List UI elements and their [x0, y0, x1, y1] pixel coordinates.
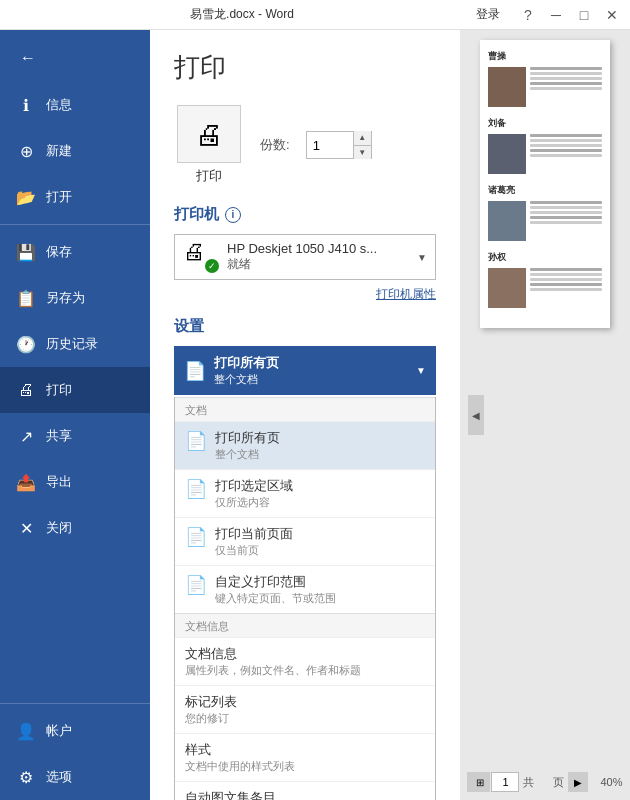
sidebar-item-export-label: 导出: [46, 473, 72, 491]
printer-select[interactable]: 🖨 ✓ HP Deskjet 1050 J410 s... 就绪 ▼: [174, 234, 436, 280]
print-area: 打印 🖨 打印 份数: ▲ ▼: [150, 30, 630, 800]
printer-name: HP Deskjet 1050 J410 s...: [227, 241, 409, 256]
sidebar-item-open[interactable]: 📂 打开: [0, 174, 150, 220]
sidebar-item-saveas[interactable]: 📋 另存为: [0, 275, 150, 321]
titlebar-title: 易雪龙.docx - Word: [8, 6, 476, 23]
dropdown-item-selection[interactable]: 📄 打印选定区域 仅所选内容: [175, 469, 435, 517]
open-icon: 📂: [16, 188, 36, 207]
dropdown-item-autotext[interactable]: 自动图文集条目: [175, 781, 435, 800]
preview-line: [530, 278, 602, 281]
dropdown-item-styles[interactable]: 样式 文档中使用的样式列表: [175, 733, 435, 781]
pages-suffix: 页: [553, 775, 564, 790]
sidebar-item-print[interactable]: 🖨 打印: [0, 367, 150, 413]
dropdown-item-markup-sub: 您的修订: [185, 711, 237, 726]
printer-title-text: 打印机: [174, 205, 219, 224]
back-button[interactable]: ←: [8, 38, 48, 78]
next-page-button[interactable]: ▶: [568, 772, 588, 792]
sidebar-item-account[interactable]: 👤 帐户: [0, 708, 150, 754]
print-range-select[interactable]: 📄 打印所有页 整个文档 ▼: [174, 346, 436, 395]
copies-input-wrap: ▲ ▼: [306, 131, 372, 159]
dropdown-item-sel-main: 打印选定区域: [215, 477, 293, 495]
sidebar-item-close-label: 关闭: [46, 519, 72, 537]
sidebar-item-options-label: 选项: [46, 768, 72, 786]
sidebar-item-save[interactable]: 💾 保存: [0, 229, 150, 275]
preview-caocao-img: [488, 67, 526, 107]
dropdown-item-markup[interactable]: 标记列表 您的修订: [175, 685, 435, 733]
dropdown-item-autotext-text: 自动图文集条目: [185, 789, 276, 800]
preview-line: [530, 87, 602, 90]
save-icon: 💾: [16, 243, 36, 262]
sidebar-item-share[interactable]: ↗ 共享: [0, 413, 150, 459]
sidebar-item-close[interactable]: ✕ 关闭: [0, 505, 150, 551]
close-button[interactable]: ✕: [602, 5, 622, 25]
dropdown-item-styles-text: 样式 文档中使用的样式列表: [185, 741, 295, 774]
sidebar-item-history[interactable]: 🕐 历史记录: [0, 321, 150, 367]
print-preview-panel: ◀ 曹操: [460, 30, 630, 800]
preview-line: [530, 139, 602, 142]
page-number-input[interactable]: [491, 772, 519, 792]
print-button-box: 🖨 打印: [174, 105, 244, 185]
preview-line: [530, 149, 602, 152]
zoom-level: 40%: [600, 776, 622, 788]
settings-title-text: 设置: [174, 317, 204, 336]
sidebar-item-export[interactable]: 📤 导出: [0, 459, 150, 505]
dropdown-item-all-text: 打印所有页 整个文档: [215, 429, 280, 462]
preview-line: [530, 283, 602, 286]
dropdown-item-docinfo[interactable]: 文档信息 属性列表，例如文件名、作者和标题: [175, 637, 435, 685]
sidebar-item-save-label: 保存: [46, 243, 72, 261]
minimize-button[interactable]: ─: [546, 5, 566, 25]
copies-spinner: ▲ ▼: [353, 131, 371, 159]
dropdown-item-current[interactable]: 📄 打印当前页面 仅当前页: [175, 517, 435, 565]
preview-line: [530, 268, 602, 271]
dropdown-item-markup-text: 标记列表 您的修订: [185, 693, 237, 726]
preview-line: [530, 134, 602, 137]
maximize-button[interactable]: □: [574, 5, 594, 25]
dropdown-item-custom[interactable]: 📄 自定义打印范围 键入特定页面、节或范围: [175, 565, 435, 613]
fit-page-button[interactable]: ⊞: [470, 772, 490, 792]
sidebar-item-new[interactable]: ⊕ 新建: [0, 128, 150, 174]
dropdown-item-cur-text: 打印当前页面 仅当前页: [215, 525, 293, 558]
help-button[interactable]: ?: [518, 5, 538, 25]
dropdown-item-print-all[interactable]: 📄 打印所有页 整个文档: [175, 421, 435, 469]
print-execute-button[interactable]: 🖨: [177, 105, 241, 163]
print-button-label: 打印: [196, 167, 222, 185]
print-range-sub: 整个文档: [214, 372, 408, 387]
dropdown-item-docinfo-text: 文档信息 属性列表，例如文件名、作者和标题: [185, 645, 361, 678]
export-icon: 📤: [16, 473, 36, 492]
preview-line: [530, 288, 602, 291]
preview-sunquan-lines: [530, 268, 602, 308]
printer-info-icon[interactable]: i: [225, 207, 241, 223]
dropdown-item-all-sub: 整个文档: [215, 447, 280, 462]
preview-caocao-lines: [530, 67, 602, 107]
sidebar-item-info[interactable]: ℹ 信息: [0, 82, 150, 128]
dropdown-group-docinfo: 文档信息: [175, 613, 435, 637]
sidebar-item-info-label: 信息: [46, 96, 72, 114]
printer-props-link[interactable]: 打印机属性: [174, 286, 436, 303]
sidebar-divider-1: [0, 224, 150, 225]
dropdown-item-cust-icon: 📄: [185, 574, 207, 596]
dropdown-item-sel-sub: 仅所选内容: [215, 495, 293, 510]
preview-left-scroll[interactable]: ◀: [468, 395, 484, 435]
sidebar-item-options[interactable]: ⚙ 选项: [0, 754, 150, 800]
sidebar: ← ℹ 信息 ⊕ 新建 📂 打开 💾 保存 📋 另存为 🕐 历史记录 🖨 打印: [0, 30, 150, 800]
copies-increment-button[interactable]: ▲: [354, 131, 371, 146]
options-icon: ⚙: [16, 768, 36, 787]
preview-zhugeliang-img: [488, 201, 526, 241]
copies-label: 份数:: [260, 136, 290, 154]
printer-status: 就绪: [227, 256, 409, 273]
preview-line: [530, 77, 602, 80]
print-icon: 🖨: [16, 381, 36, 399]
preview-line: [530, 82, 602, 85]
dropdown-item-all-icon: 📄: [185, 430, 207, 452]
preview-person-sunquan: 孙权: [488, 251, 602, 308]
dropdown-item-autotext-main: 自动图文集条目: [185, 789, 276, 800]
print-range-icon: 📄: [184, 360, 206, 382]
dropdown-item-cur-sub: 仅当前页: [215, 543, 293, 558]
copies-input[interactable]: [307, 132, 353, 158]
preview-sunquan-img: [488, 268, 526, 308]
sidebar-item-saveas-label: 另存为: [46, 289, 85, 307]
preview-liubei-name: 刘备: [488, 117, 602, 130]
login-link[interactable]: 登录: [476, 6, 500, 23]
printer-dropdown-arrow: ▼: [417, 252, 427, 263]
copies-decrement-button[interactable]: ▼: [354, 146, 371, 160]
